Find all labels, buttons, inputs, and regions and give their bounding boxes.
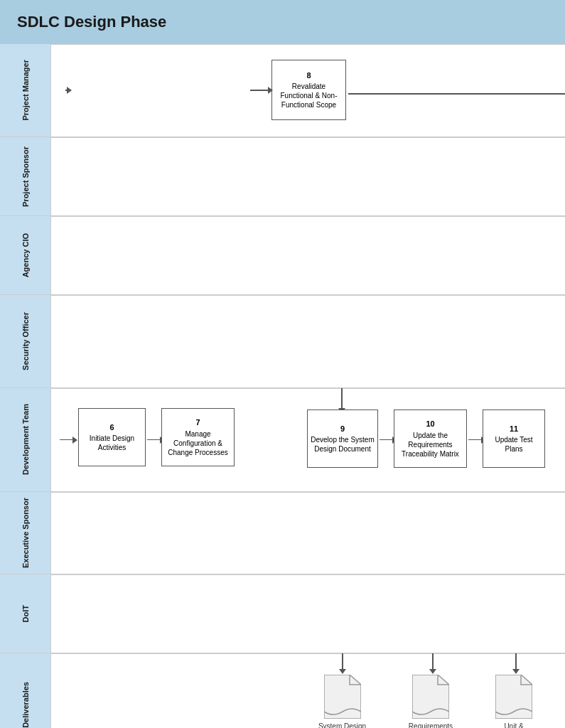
process-10-number: 10: [426, 419, 434, 429]
process-7-number: 7: [195, 417, 200, 427]
arrow-down-to-d3: [512, 653, 520, 674]
doc-icon-1: [324, 675, 361, 719]
process-9-number: 9: [340, 424, 345, 434]
lane-label-executive-sponsor: Executive Sponsor: [0, 492, 51, 574]
lane-label-agency-cio: Agency CIO: [0, 216, 51, 294]
lane-project-sponsor: Project Sponsor: [0, 137, 565, 216]
lane-label-deliverables: Deliverables: [0, 653, 51, 728]
lane-label-text: Project Manager: [21, 60, 30, 121]
lane-deliverables: Deliverables: [0, 653, 565, 728]
lane-label-text-cio: Agency CIO: [21, 233, 30, 277]
lane-content-security-officer: [51, 295, 565, 387]
process-10-label: Update the Requirements Traceability Mat…: [397, 431, 463, 459]
process-7-label: Manage Configuration & Change Processes: [165, 429, 231, 457]
process-6[interactable]: 6 Initiate Design Activities: [78, 408, 146, 466]
process-8-label: Revalidate Functional & Non-Functional S…: [275, 82, 343, 109]
lane-label-text-dt: Development Team: [21, 404, 30, 475]
lane-agency-cio: Agency CIO: [0, 216, 565, 295]
lane-label-security-officer: Security Officer: [0, 295, 51, 387]
arrow-entry-dt: [60, 437, 77, 444]
lane-label-project-manager: Project Manager: [0, 44, 51, 136]
process-11[interactable]: 11 Update Test Plans: [483, 410, 545, 468]
lane-label-text-es: Executive Sponsor: [21, 498, 30, 568]
lane-label-text-doit: DoIT: [21, 605, 30, 622]
deliverable-2: Requirements Traceability Matrix: [405, 675, 456, 728]
lane-label-project-sponsor: Project Sponsor: [0, 137, 51, 215]
doc-icon-2: [412, 675, 449, 719]
lane-content-executive-sponsor: [51, 492, 565, 574]
lane-executive-sponsor: Executive Sponsor: [0, 492, 565, 574]
process-8-number: 8: [306, 70, 311, 80]
deliverable-1-label: System Design Document: [317, 722, 368, 728]
process-7[interactable]: 7 Manage Configuration & Change Processe…: [161, 408, 235, 466]
process-8[interactable]: 8 Revalidate Functional & Non-Functional…: [271, 60, 346, 120]
diagram-container: Project Manager 8 Revalidate Functional …: [0, 44, 565, 728]
process-11-label: Update Test Plans: [486, 435, 542, 454]
process-6-number: 6: [109, 422, 114, 432]
arrow-pm-right: [348, 90, 565, 97]
process-9-label: Develop the System Design Document: [311, 435, 375, 454]
lane-content-development-team: 6 Initiate Design Activities 7 Manage Co…: [51, 388, 565, 491]
lane-label-text-del: Deliverables: [21, 682, 30, 728]
lane-content-agency-cio: [51, 216, 565, 294]
lane-label-doit: DoIT: [0, 574, 51, 653]
arrow-head-right-icon: [67, 87, 72, 94]
process-10[interactable]: 10 Update the Requirements Traceability …: [394, 410, 467, 468]
lane-content-deliverables: System Design Document Requirements Trac…: [51, 653, 565, 728]
lane-label-text-ps: Project Sponsor: [21, 146, 30, 207]
arrow-to-p8: [250, 87, 273, 94]
deliverable-2-label: Requirements Traceability Matrix: [405, 722, 456, 728]
arrow-entry-pm: [65, 87, 72, 94]
lane-project-manager: Project Manager 8 Revalidate Functional …: [0, 44, 565, 137]
deliverable-1: System Design Document: [316, 675, 369, 728]
deliverable-3: Unit & Integration Test Plans: [488, 675, 539, 728]
deliverable-3-label: Unit & Integration Test Plans: [488, 722, 539, 728]
lane-label-text-so: Security Officer: [21, 312, 30, 370]
lane-content-project-sponsor: [51, 137, 565, 215]
arrow-down-to-d1: [339, 653, 346, 674]
lane-label-development-team: Development Team: [0, 388, 51, 491]
lane-doit: DoIT: [0, 574, 565, 653]
process-6-label: Initiate Design Activities: [82, 434, 142, 452]
arrow-down-to-d2: [429, 653, 436, 674]
lane-development-team: Development Team 6 Initiate Design Activ…: [0, 388, 565, 492]
page-header: SDLC Design Phase: [0, 0, 565, 44]
process-9[interactable]: 9 Develop the System Design Document: [307, 410, 378, 468]
doc-icon-3: [495, 675, 532, 719]
lane-content-project-manager: 8 Revalidate Functional & Non-Functional…: [51, 44, 565, 136]
lane-security-officer: Security Officer: [0, 295, 565, 388]
process-11-number: 11: [510, 424, 518, 434]
lane-content-doit: [51, 574, 565, 653]
